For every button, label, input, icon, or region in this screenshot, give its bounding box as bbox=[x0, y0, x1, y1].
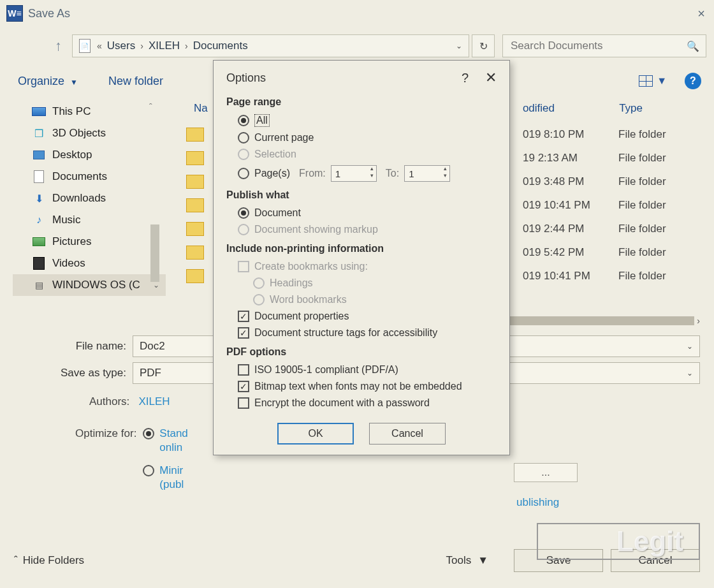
file-name-label: File name: bbox=[37, 340, 133, 353]
page-range-all-radio[interactable]: All bbox=[226, 112, 497, 129]
optimize-label: Optimize for: bbox=[75, 427, 136, 440]
options-ok-button[interactable]: OK bbox=[277, 423, 354, 445]
checkbox-icon bbox=[238, 364, 249, 376]
breadcrumb-seg-user[interactable]: XILEH bbox=[149, 40, 180, 52]
page-to-spinner[interactable]: 1 bbox=[404, 165, 450, 182]
search-icon[interactable]: 🔍 bbox=[687, 40, 699, 52]
publish-what-heading: Publish what bbox=[226, 189, 497, 201]
chevron-right-icon: › bbox=[140, 41, 143, 51]
sidebar-item-pictures[interactable]: Pictures bbox=[13, 231, 166, 253]
cell-date: 019 5:42 PM bbox=[523, 246, 618, 259]
address-dropdown-icon[interactable]: ⌄ bbox=[456, 41, 462, 50]
sidebar-item-this-pc[interactable]: This PC bbox=[13, 101, 166, 122]
up-arrow-icon[interactable]: ↑ bbox=[55, 38, 62, 54]
folder-icon bbox=[186, 269, 204, 283]
column-header-type[interactable]: Type bbox=[619, 102, 643, 115]
checkbox-icon bbox=[238, 261, 249, 272]
music-icon: ♪ bbox=[32, 214, 46, 226]
sidebar-item-documents[interactable]: Documents bbox=[13, 166, 166, 187]
radio-icon bbox=[253, 294, 265, 305]
chevron-right-icon: › bbox=[185, 41, 188, 51]
dropdown-icon: ▼ bbox=[657, 75, 667, 87]
help-button[interactable]: ? bbox=[685, 73, 701, 89]
window-close-button[interactable]: × bbox=[697, 6, 705, 21]
scroll-right-icon[interactable]: › bbox=[697, 316, 700, 326]
create-bookmarks-label: Create bookmarks using: bbox=[254, 261, 368, 272]
sidebar-label: WINDOWS OS (C bbox=[52, 279, 140, 291]
breadcrumb-prefix: « bbox=[97, 41, 102, 51]
encrypt-checkbox[interactable]: Encrypt the document with a password bbox=[226, 395, 497, 411]
sidebar-label: Videos bbox=[52, 257, 85, 270]
bitmap-text-checkbox[interactable]: Bitmap text when fonts may not be embedd… bbox=[226, 378, 497, 395]
vertical-scrollbar[interactable] bbox=[150, 224, 159, 282]
desktop-icon bbox=[33, 151, 45, 159]
options-button-truncated[interactable]: ... bbox=[514, 463, 578, 482]
optimize-standard-radio[interactable]: Stand bbox=[143, 427, 187, 440]
structure-tags-checkbox[interactable]: Document structure tags for accessibilit… bbox=[226, 325, 497, 341]
search-box[interactable]: 🔍 bbox=[502, 34, 706, 57]
column-header-modified[interactable]: odified bbox=[523, 102, 555, 115]
dialog-close-button[interactable]: ✕ bbox=[485, 70, 497, 86]
sidebar-label: Documents bbox=[52, 170, 107, 183]
watermark: Legit bbox=[616, 526, 683, 557]
column-header-name[interactable]: Na bbox=[194, 102, 208, 115]
address-bar[interactable]: 📄 « Users › XILEH › Documents ⌄ bbox=[72, 34, 469, 57]
pictures-icon bbox=[33, 237, 45, 246]
options-cancel-button[interactable]: Cancel bbox=[369, 423, 446, 445]
cell-date: 019 10:41 PM bbox=[523, 270, 618, 283]
page-range-pages-label: Page(s) bbox=[254, 168, 290, 179]
publish-document-radio[interactable]: Document bbox=[226, 205, 497, 221]
page-range-heading: Page range bbox=[226, 96, 497, 108]
tools-button[interactable]: Tools ▼ bbox=[446, 554, 488, 567]
document-properties-checkbox[interactable]: Document properties bbox=[226, 308, 497, 325]
cell-type: File folder bbox=[618, 175, 701, 188]
sidebar-item-desktop[interactable]: Desktop bbox=[13, 144, 166, 166]
page-range-current-label: Current page bbox=[254, 132, 314, 143]
dialog-help-button[interactable]: ? bbox=[462, 71, 469, 85]
chevron-up-icon: ˆ bbox=[14, 554, 18, 567]
sidebar-label: Downloads bbox=[52, 192, 106, 205]
bookmarks-headings-radio: Headings bbox=[226, 275, 497, 291]
page-from-spinner[interactable]: 1 bbox=[331, 165, 377, 182]
view-mode-button[interactable]: ▼ bbox=[639, 75, 667, 87]
breadcrumb-seg-users[interactable]: Users bbox=[107, 40, 135, 52]
page-from-label: From: bbox=[299, 168, 326, 179]
organize-button[interactable]: Organize ▼ bbox=[18, 75, 78, 88]
sidebar: This PC ❒3D Objects Desktop Documents ⬇D… bbox=[13, 97, 166, 327]
publish-document-label: Document bbox=[254, 207, 301, 219]
sidebar-item-windows-os[interactable]: ▤WINDOWS OS (C⌄ bbox=[13, 274, 166, 296]
3d-objects-icon: ❒ bbox=[32, 127, 46, 140]
drive-icon: ▤ bbox=[32, 279, 46, 291]
publishing-link[interactable]: ublishing bbox=[516, 496, 559, 509]
dropdown-icon[interactable]: ⌄ bbox=[687, 369, 693, 378]
sidebar-label: Music bbox=[52, 214, 80, 226]
sidebar-label: Desktop bbox=[52, 149, 92, 161]
sidebar-item-videos[interactable]: Videos bbox=[13, 253, 166, 274]
pdf-options-heading: PDF options bbox=[226, 346, 497, 358]
hide-folders-button[interactable]: ˆ Hide Folders bbox=[14, 554, 84, 567]
authors-value[interactable]: XILEH bbox=[138, 395, 170, 408]
bookmarks-word-radio: Word bookmarks bbox=[226, 291, 497, 308]
chevron-down-icon[interactable]: ⌄ bbox=[153, 281, 159, 290]
cell-date: 019 3:48 PM bbox=[523, 175, 618, 188]
save-as-type-value: PDF bbox=[140, 367, 161, 379]
search-input[interactable] bbox=[509, 39, 687, 53]
breadcrumb-seg-documents[interactable]: Documents bbox=[193, 40, 248, 52]
new-folder-button[interactable]: New folder bbox=[108, 75, 163, 88]
cell-type: File folder bbox=[618, 223, 701, 235]
optimize-minimum-radio[interactable]: Minir bbox=[143, 464, 187, 477]
authors-label: Authors: bbox=[89, 395, 129, 408]
sidebar-item-3d-objects[interactable]: ❒3D Objects bbox=[13, 122, 166, 144]
sort-indicator-icon[interactable]: ˆ bbox=[149, 102, 152, 112]
sidebar-item-downloads[interactable]: ⬇Downloads bbox=[13, 187, 166, 209]
iso-compliant-checkbox[interactable]: ISO 19005-1 compliant (PDF/A) bbox=[226, 362, 497, 378]
refresh-button[interactable]: ↻ bbox=[472, 34, 495, 57]
dropdown-icon[interactable]: ⌄ bbox=[687, 342, 693, 351]
checkbox-icon bbox=[238, 381, 249, 392]
options-dialog-title: Options bbox=[226, 71, 266, 85]
page-range-pages-radio[interactable]: Page(s) From: 1 To: 1 bbox=[226, 163, 497, 184]
page-range-selection-label: Selection bbox=[254, 149, 296, 160]
navigation-bar: ↑ 📄 « Users › XILEH › Documents ⌄ ↻ 🔍 bbox=[0, 27, 714, 65]
sidebar-item-music[interactable]: ♪Music bbox=[13, 209, 166, 231]
page-range-current-radio[interactable]: Current page bbox=[226, 129, 497, 146]
